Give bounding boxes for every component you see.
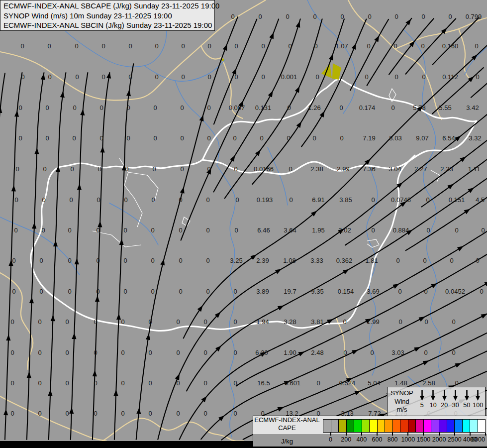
- wind-speed-column: 10: [428, 389, 439, 417]
- cape-swatch: [362, 419, 370, 433]
- title-box: ECMWF-INDEX-ANAL SBCAPE (J/kg) Sunday 23…: [0, 0, 215, 31]
- wind-speed-column: 100: [473, 389, 484, 417]
- cape-legend-box: ECMWF-INDEX-ANAL CAPE J/kg 0200400600800…: [253, 416, 487, 447]
- cape-tick: [423, 433, 424, 436]
- title-line-wind: SYNOP Wind (m/s) 10m Sunday 23-11-2025 1…: [3, 11, 214, 21]
- cape-tick-label: 6000: [471, 436, 485, 443]
- cape-tick-label: 0: [329, 436, 332, 443]
- wind-speed-label: 100: [473, 402, 483, 409]
- cape-tick: [377, 433, 378, 436]
- cape-swatch: [447, 419, 455, 433]
- cape-tick-label: 200: [341, 436, 351, 443]
- cape-legend-unit: J/kg: [253, 438, 321, 446]
- cape-tick: [454, 433, 455, 436]
- down-arrow-icon: [418, 389, 426, 401]
- cape-tick-label: 2500: [448, 436, 462, 443]
- down-arrow-icon: [452, 389, 459, 401]
- wind-legend-labels: SYNOP Wind m/s: [388, 387, 416, 417]
- cape-swatch: [478, 419, 486, 433]
- cape-color-strip: [323, 419, 486, 433]
- down-arrow-icon: [429, 389, 437, 401]
- cape-swatch: [346, 419, 355, 433]
- cape-tick: [361, 433, 362, 436]
- down-arrow-icon: [463, 389, 471, 401]
- cape-swatch: [415, 419, 424, 433]
- cape-swatch: [431, 419, 439, 433]
- down-arrow-icon: [441, 389, 448, 401]
- cape-swatch: [331, 419, 339, 433]
- cape-tick-label: 400: [356, 436, 367, 443]
- wind-speed-label: 5: [420, 402, 424, 409]
- title-line-sbcape: ECMWF-INDEX-ANAL SBCAPE (J/kg) Sunday 23…: [3, 1, 214, 11]
- cape-tick-label: 800: [388, 436, 398, 443]
- cape-tick-label: 600: [372, 436, 383, 443]
- cape-tick: [392, 433, 393, 436]
- cape-swatch: [323, 419, 331, 433]
- title-line-sbcin: ECMWF-INDEX-ANAL SBCIN (J/kg) Sunday 23-…: [3, 20, 214, 30]
- cape-swatch: [423, 419, 432, 433]
- cape-tick-label: 1500: [417, 436, 431, 443]
- cape-swatch: [369, 419, 378, 433]
- wind-speed-scale: 510203050100: [416, 387, 485, 417]
- cape-swatch: [377, 419, 386, 433]
- cape-tick: [407, 433, 408, 436]
- cape-tick: [470, 433, 471, 436]
- wind-speed-label: 10: [430, 402, 437, 409]
- cape-swatch: [392, 419, 401, 433]
- cape-legend-labels: ECMWF-INDEX-ANAL CAPE J/kg: [253, 416, 321, 446]
- wind-speed-label: 30: [452, 402, 459, 409]
- wind-speed-column: 50: [461, 389, 473, 417]
- down-arrow-icon: [474, 389, 482, 401]
- wind-speed-label: 50: [463, 402, 470, 409]
- wind-legend-subtitle: Wind: [388, 398, 416, 406]
- cape-swatch: [385, 419, 393, 433]
- cape-tick: [346, 433, 347, 436]
- wind-legend-unit: m/s: [388, 406, 416, 414]
- cape-tick-label: 1000: [401, 436, 415, 443]
- cape-swatch: [470, 419, 478, 433]
- cape-swatch: [439, 419, 447, 433]
- map-canvas: [0, 0, 487, 448]
- cape-swatch: [462, 419, 471, 433]
- cape-swatch: [408, 419, 416, 433]
- wind-speed-column: 30: [450, 389, 462, 417]
- wind-speed-label: 20: [441, 402, 448, 409]
- cape-swatch: [454, 419, 463, 433]
- weather-map-screen: 0000000000.7990000000000001.070000.16000…: [0, 0, 487, 448]
- cape-tick-label: 2000: [432, 436, 446, 443]
- wind-speed-column: 5: [416, 389, 428, 417]
- wind-legend-box: SYNOP Wind m/s 510203050100: [387, 387, 486, 418]
- cape-tick: [485, 433, 486, 436]
- cape-tick: [330, 433, 331, 436]
- cape-swatch: [400, 419, 408, 433]
- cape-tick: [439, 433, 440, 436]
- cape-legend-subtitle: CAPE: [253, 424, 321, 432]
- wind-legend-title: SYNOP: [388, 389, 416, 398]
- cape-swatch: [354, 419, 362, 433]
- cape-legend-title: ECMWF-INDEX-ANAL: [253, 416, 321, 424]
- wind-speed-column: 20: [439, 389, 450, 417]
- cape-swatch: [338, 419, 347, 433]
